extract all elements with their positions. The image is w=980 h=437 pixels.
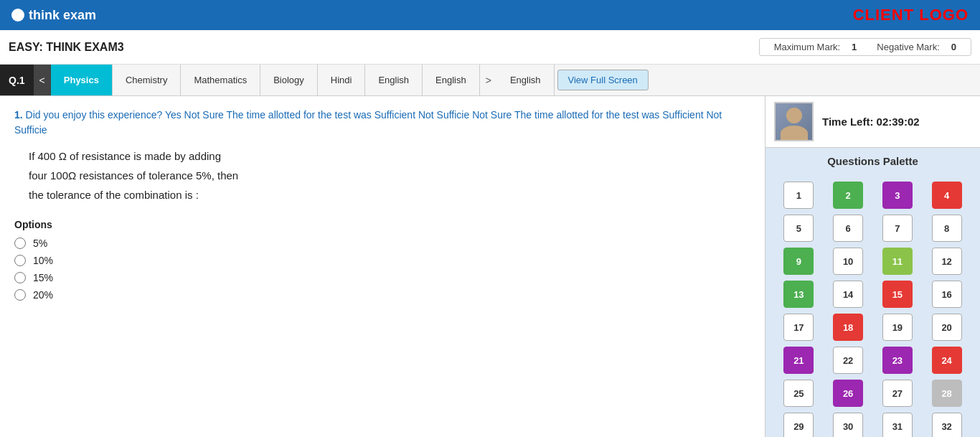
- client-logo: CLIENT LOGO: [853, 6, 969, 24]
- max-mark-value: 1: [852, 42, 857, 52]
- marks-info: Maximum Mark: 1 Negative Mark: 0: [759, 38, 971, 56]
- palette-btn-11[interactable]: 11: [882, 248, 913, 275]
- option-item-2: 10%: [14, 255, 750, 266]
- neg-mark-label: Negative Mark:: [877, 42, 939, 52]
- palette-btn-31[interactable]: 31: [882, 413, 913, 437]
- question-body: If 400 Ω of resistance is made by adding…: [29, 146, 750, 205]
- palette-btn-20[interactable]: 20: [932, 314, 962, 341]
- tab-english-2[interactable]: English: [423, 65, 480, 95]
- palette-btn-25[interactable]: 25: [783, 380, 814, 407]
- palette-title: Questions Palette: [765, 148, 980, 174]
- tab-english-1[interactable]: English: [365, 65, 423, 95]
- palette-btn-13[interactable]: 13: [783, 281, 814, 308]
- avatar: [774, 102, 814, 141]
- palette-btn-5[interactable]: 5: [783, 215, 814, 242]
- question-number: 1.: [14, 109, 23, 121]
- question-panel: 1. Did you enjoy this experience? Yes No…: [0, 96, 765, 437]
- avatar-timer-bar: Time Left: 02:39:02: [765, 96, 980, 148]
- sub-header: EASY: THINK EXAM3 Maximum Mark: 1 Negati…: [0, 30, 980, 65]
- tab-physics[interactable]: Physics: [51, 65, 113, 95]
- option-item-4: 20%: [14, 289, 750, 301]
- main-area: 1. Did you enjoy this experience? Yes No…: [0, 96, 980, 437]
- palette-btn-15[interactable]: 15: [882, 281, 913, 308]
- option-radio-2[interactable]: [14, 255, 26, 266]
- question-intro: 1. Did you enjoy this experience? Yes No…: [14, 108, 750, 138]
- option-radio-3[interactable]: [14, 272, 26, 283]
- palette-btn-19[interactable]: 19: [882, 314, 913, 341]
- tab-chemistry[interactable]: Chemistry: [113, 65, 182, 95]
- option-item-1: 5%: [14, 238, 750, 249]
- palette-btn-2[interactable]: 2: [833, 182, 863, 209]
- question-intro-text: Did you enjoy this experience? Yes Not S…: [14, 109, 722, 136]
- palette-btn-28[interactable]: 28: [932, 380, 962, 407]
- tab-more-arrow[interactable]: >: [480, 65, 497, 95]
- palette-btn-29[interactable]: 29: [783, 413, 814, 437]
- tab-english-3[interactable]: English: [497, 65, 555, 95]
- exam-title: EASY: THINK EXAM3: [9, 41, 124, 54]
- palette-btn-3[interactable]: 3: [882, 182, 913, 209]
- logo: think exam: [11, 8, 96, 23]
- palette-grid: 1234567891011121314151617181920212223242…: [765, 174, 980, 437]
- right-panel: Time Left: 02:39:02 Questions Palette 12…: [765, 96, 980, 437]
- tab-hindi[interactable]: Hindi: [318, 65, 366, 95]
- option-label-2: 10%: [33, 255, 53, 266]
- palette-btn-10[interactable]: 10: [833, 248, 863, 275]
- tab-biology[interactable]: Biology: [260, 65, 318, 95]
- options-label: Options: [14, 219, 750, 230]
- palette-btn-14[interactable]: 14: [833, 281, 863, 308]
- palette-btn-22[interactable]: 22: [833, 347, 863, 374]
- palette-btn-26[interactable]: 26: [833, 380, 863, 407]
- neg-mark-value: 0: [951, 42, 956, 52]
- palette-btn-30[interactable]: 30: [833, 413, 863, 437]
- palette-btn-32[interactable]: 32: [932, 413, 962, 437]
- option-radio-1[interactable]: [14, 238, 26, 249]
- option-label-4: 20%: [33, 289, 53, 301]
- top-header: think exam CLIENT LOGO: [0, 0, 980, 30]
- palette-btn-27[interactable]: 27: [882, 380, 913, 407]
- option-radio-4[interactable]: [14, 289, 26, 301]
- palette-btn-1[interactable]: 1: [783, 182, 814, 209]
- tab-mathematics[interactable]: Mathematics: [181, 65, 260, 95]
- palette-btn-24[interactable]: 24: [932, 347, 962, 374]
- option-label-1: 5%: [33, 238, 47, 249]
- palette-btn-9[interactable]: 9: [783, 248, 814, 275]
- question-label: Q.1: [0, 65, 34, 95]
- avatar-placeholder: [776, 102, 812, 141]
- palette-btn-16[interactable]: 16: [932, 281, 962, 308]
- option-item-3: 15%: [14, 272, 750, 283]
- logo-icon: [11, 9, 24, 22]
- option-label-3: 15%: [33, 272, 53, 283]
- palette-btn-8[interactable]: 8: [932, 215, 962, 242]
- palette-btn-17[interactable]: 17: [783, 314, 814, 341]
- palette-btn-7[interactable]: 7: [882, 215, 913, 242]
- palette-btn-18[interactable]: 18: [833, 314, 863, 341]
- palette-btn-4[interactable]: 4: [932, 182, 962, 209]
- view-fullscreen-button[interactable]: View Full Screen: [557, 70, 649, 90]
- palette-btn-6[interactable]: 6: [833, 215, 863, 242]
- max-mark-label: Maximum Mark:: [774, 42, 840, 52]
- prev-arrow[interactable]: <: [34, 65, 51, 95]
- palette-btn-21[interactable]: 21: [783, 347, 814, 374]
- tab-bar: Q.1 < Physics Chemistry Mathematics Biol…: [0, 65, 980, 96]
- logo-label: think exam: [29, 8, 96, 23]
- palette-btn-12[interactable]: 12: [932, 248, 962, 275]
- palette-btn-23[interactable]: 23: [882, 347, 913, 374]
- timer: Time Left: 02:39:02: [822, 116, 920, 128]
